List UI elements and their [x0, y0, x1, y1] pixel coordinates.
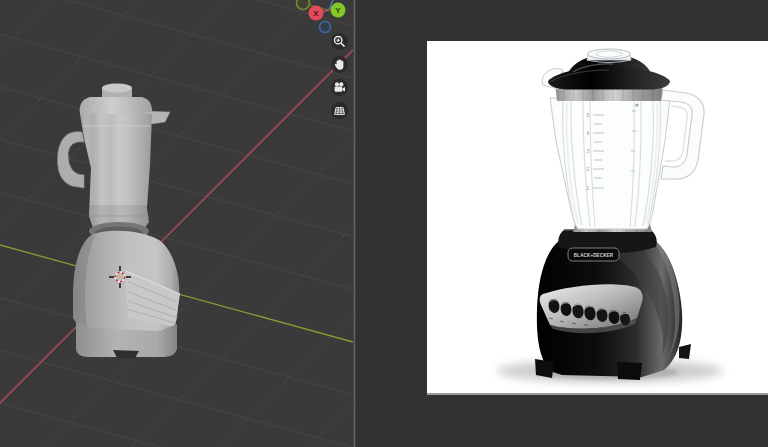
reference-product-image: BLACK+DECKER	[427, 41, 768, 395]
control-panel	[540, 284, 643, 333]
orthographic-toggle-button[interactable]	[331, 102, 348, 119]
brand-badge: BLACK+DECKER	[568, 248, 619, 261]
gizmo-neg-z-ball[interactable]	[320, 22, 331, 33]
brand-logo-text: BLACK+DECKER	[574, 253, 614, 258]
movie-camera-icon	[333, 81, 346, 94]
viewport-scene	[0, 0, 353, 447]
navigation-gizmo[interactable]: X Y	[293, 0, 353, 36]
3d-viewport[interactable]: X Y	[0, 0, 353, 447]
tick-1: 1	[587, 185, 590, 191]
reference-panel: BLACK+DECKER	[356, 0, 768, 447]
tick-4: 4	[587, 130, 590, 136]
app-window: X Y	[0, 0, 768, 447]
viewport-toolbar	[331, 33, 348, 119]
pan-tool-button[interactable]	[331, 56, 348, 73]
tick-2: 2	[587, 166, 590, 172]
hand-icon	[333, 58, 346, 71]
perspective-grid-icon	[333, 104, 346, 117]
gizmo-y-label: Y	[335, 6, 341, 15]
tick-3: 3	[587, 148, 590, 154]
tick-5: 5	[587, 112, 590, 118]
magnifier-plus-icon	[333, 35, 346, 48]
gizmo-x-label: X	[313, 9, 319, 18]
gizmo-neg-axis-ball[interactable]	[297, 0, 310, 10]
zoom-tool-button[interactable]	[331, 33, 348, 50]
camera-view-button[interactable]	[331, 79, 348, 96]
